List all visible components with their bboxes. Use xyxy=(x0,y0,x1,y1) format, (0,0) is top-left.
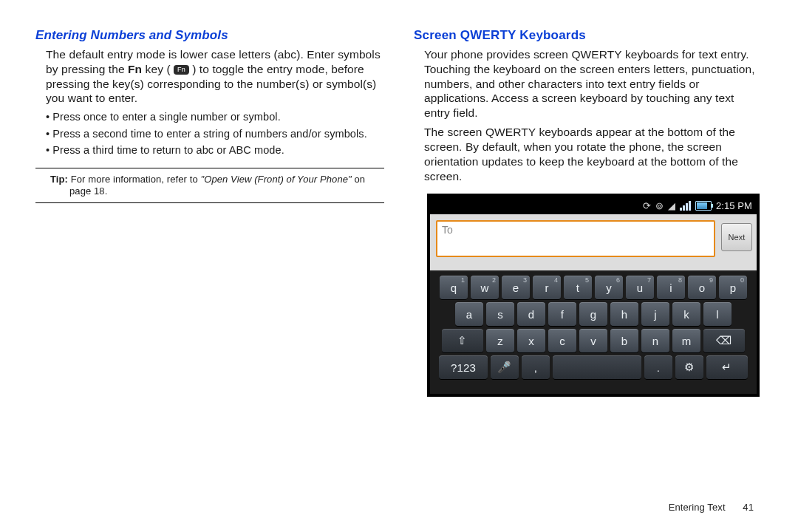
key-x[interactable]: x xyxy=(517,329,545,352)
sync-icon: ⟳ xyxy=(643,200,651,211)
settings-key[interactable]: ⚙ xyxy=(675,355,703,379)
key-h[interactable]: h xyxy=(610,302,638,326)
mic-key[interactable]: 🎤 xyxy=(491,355,519,379)
qwerty-paragraph-2: The screen QWERTY keyboards appear at th… xyxy=(414,125,763,183)
footer-page-number: 41 xyxy=(743,502,754,513)
qwerty-paragraph-1: Your phone provides screen QWERTY keyboa… xyxy=(414,47,763,120)
key-j[interactable]: j xyxy=(641,302,669,326)
key-v[interactable]: v xyxy=(579,329,607,352)
key-t[interactable]: t5 xyxy=(564,276,592,299)
key-u[interactable]: u7 xyxy=(626,276,654,299)
key-d[interactable]: d xyxy=(517,302,545,326)
key-s[interactable]: s xyxy=(486,302,514,326)
clock: 2:15 PM xyxy=(716,200,752,211)
bullet-2: Press a second time to enter a string of… xyxy=(35,127,384,141)
key-r[interactable]: r4 xyxy=(533,276,561,299)
footer-section: Entering Text xyxy=(669,502,726,513)
intro-text-b: key ( xyxy=(142,63,174,75)
key-e[interactable]: e3 xyxy=(502,276,530,299)
next-button[interactable]: Next xyxy=(721,223,752,251)
bullet-3: Press a third time to return to abc or A… xyxy=(35,143,384,157)
key-n[interactable]: n xyxy=(641,329,669,352)
intro-paragraph: The default entry mode is lower case let… xyxy=(35,47,384,106)
fn-key-icon: Fn xyxy=(174,65,189,75)
key-p[interactable]: p0 xyxy=(719,276,747,299)
key-b[interactable]: b xyxy=(610,329,638,352)
key-m[interactable]: m xyxy=(672,329,700,352)
tip-box: Tip: For more information, refer to "Ope… xyxy=(35,168,384,204)
key-i[interactable]: i8 xyxy=(657,276,685,299)
to-field[interactable]: To xyxy=(436,220,715,257)
key-a[interactable]: a xyxy=(455,302,483,326)
battery-icon xyxy=(695,201,712,211)
page-footer: Entering Text 41 xyxy=(669,502,754,513)
space-key[interactable] xyxy=(553,355,641,379)
fn-word: Fn xyxy=(128,63,142,75)
period-key[interactable]: . xyxy=(644,355,672,379)
status-bar: ⟳ ⊚ ◢ 2:15 PM xyxy=(430,197,757,214)
tip-label: Tip: xyxy=(50,174,68,185)
key-l[interactable]: l xyxy=(703,302,732,326)
key-g[interactable]: g xyxy=(579,302,607,326)
tip-reference: "Open View (Front) of Your Phone" xyxy=(200,174,351,185)
key-k[interactable]: k xyxy=(672,302,700,326)
wifi-icon: ⊚ xyxy=(655,200,664,211)
tip-text-a: For more information, refer to xyxy=(68,174,200,185)
left-column: Entering Numbers and Symbols The default… xyxy=(35,28,384,397)
right-column: Screen QWERTY Keyboards Your phone provi… xyxy=(414,28,763,397)
key-o[interactable]: o9 xyxy=(688,276,716,299)
backspace-key[interactable]: ⌫ xyxy=(703,329,745,352)
phone-screenshot: ⟳ ⊚ ◢ 2:15 PM To Next q1w2e3r4t5y6u7i8o9… xyxy=(427,194,760,397)
key-w[interactable]: w2 xyxy=(471,276,499,299)
enter-key[interactable]: ↵ xyxy=(706,355,748,379)
key-c[interactable]: c xyxy=(548,329,576,352)
shift-key[interactable]: ⇧ xyxy=(442,329,483,352)
key-q[interactable]: q1 xyxy=(440,276,468,299)
signal-icon xyxy=(680,201,691,211)
bullet-1: Press once to enter a single number or s… xyxy=(35,110,384,124)
heading-entering-numbers: Entering Numbers and Symbols xyxy=(35,28,384,43)
input-area: To Next xyxy=(430,214,757,270)
comma-key[interactable]: , xyxy=(522,355,550,379)
key-f[interactable]: f xyxy=(548,302,576,326)
key-z[interactable]: z xyxy=(486,329,514,352)
onscreen-keyboard: q1w2e3r4t5y6u7i8o9p0 asdfghjkl ⇧zxcvbnm⌫… xyxy=(430,272,757,394)
wifi-fan-icon: ◢ xyxy=(668,200,675,211)
key-y[interactable]: y6 xyxy=(595,276,623,299)
heading-screen-qwerty: Screen QWERTY Keyboards xyxy=(414,28,763,43)
symbols-key[interactable]: ?123 xyxy=(439,355,488,379)
